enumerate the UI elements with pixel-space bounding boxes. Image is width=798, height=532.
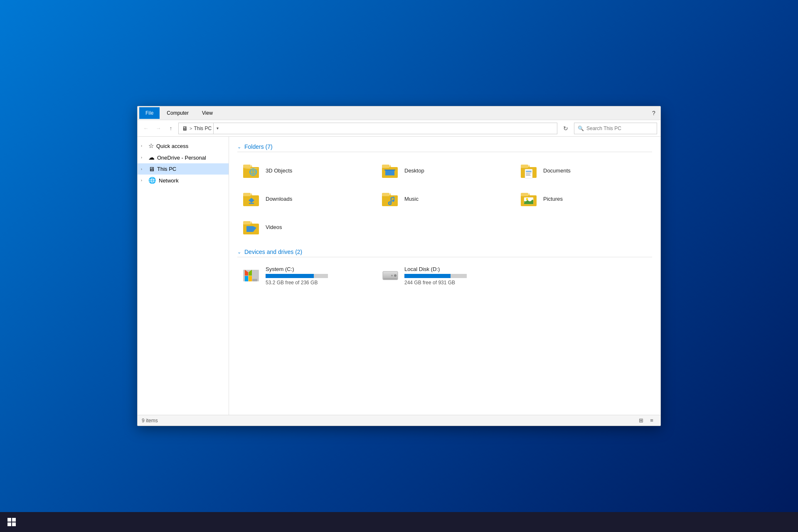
folder-item-desktop[interactable]: Desktop xyxy=(376,157,513,184)
svg-rect-2 xyxy=(243,165,251,168)
this-pc-chevron: › xyxy=(141,167,146,171)
folder-item-downloads[interactable]: Downloads xyxy=(237,185,374,212)
sidebar-item-this-pc[interactable]: › 🖥 This PC xyxy=(138,163,229,175)
sidebar-item-onedrive[interactable]: › ☁ OneDrive - Personal xyxy=(138,152,229,163)
folder-icon-documents xyxy=(519,160,539,180)
onedrive-icon: ☁ xyxy=(148,154,155,161)
refresh-button[interactable]: ↻ xyxy=(560,123,571,134)
drive-bar-bg-local-d xyxy=(404,274,467,278)
drive-info-system-c: System (C:) 53.2 GB free of 236 GB xyxy=(266,266,370,286)
sidebar-label-network: Network xyxy=(159,177,179,184)
folder-name-downloads: Downloads xyxy=(266,196,292,202)
address-path[interactable]: 🖥 > This PC ▾ xyxy=(178,123,557,134)
drive-free-local-d: 244 GB free of 931 GB xyxy=(404,280,509,286)
svg-rect-8 xyxy=(382,165,389,168)
svg-rect-27 xyxy=(382,193,389,196)
tiles-view-button[interactable]: ⊞ xyxy=(636,416,645,425)
list-view-button[interactable]: ≡ xyxy=(647,416,656,425)
up-button[interactable]: ↑ xyxy=(166,123,176,133)
computer-icon: 🖥 xyxy=(182,125,188,132)
drive-item-system-c[interactable]: System (C:) 53.2 GB free of 236 GB xyxy=(237,262,374,289)
folder-icon-videos xyxy=(241,217,261,237)
svg-rect-53 xyxy=(384,278,397,280)
svg-rect-25 xyxy=(249,203,254,204)
drive-info-local-d: Local Disk (D:) 244 GB free of 931 GB xyxy=(404,266,509,286)
svg-rect-18 xyxy=(526,174,530,175)
svg-marker-41 xyxy=(251,221,252,224)
folder-grid: 3D Objects Desktop xyxy=(237,157,652,240)
folders-section-header[interactable]: ⌄ Folders (7) xyxy=(237,143,652,152)
svg-point-31 xyxy=(392,200,394,202)
ribbon: File Computer View ? xyxy=(138,106,660,120)
start-icon xyxy=(7,518,16,526)
folder-name-videos: Videos xyxy=(266,224,282,230)
sidebar-item-network[interactable]: › 🌐 Network xyxy=(138,175,229,186)
explorer-window: File Computer View ? ← → ↑ 🖥 > This PC ▾… xyxy=(137,106,661,426)
svg-point-54 xyxy=(394,274,397,277)
forward-button[interactable]: → xyxy=(153,123,163,133)
sidebar: › ☆ Quick access › ☁ OneDrive - Personal… xyxy=(138,137,229,415)
network-chevron: › xyxy=(141,178,146,182)
tab-computer[interactable]: Computer xyxy=(160,107,195,119)
folder-item-documents[interactable]: Documents xyxy=(515,157,652,184)
folder-item-videos[interactable]: Videos xyxy=(237,214,374,240)
folder-name-documents: Documents xyxy=(543,167,571,174)
svg-rect-13 xyxy=(521,165,528,168)
folder-item-pictures[interactable]: Pictures xyxy=(515,185,652,212)
drives-chevron-icon: ⌄ xyxy=(237,249,241,255)
svg-rect-10 xyxy=(385,170,394,175)
folder-name-music: Music xyxy=(404,196,419,202)
folder-name-3d-objects: 3D Objects xyxy=(266,167,292,174)
ribbon-tabs: File Computer View ? xyxy=(138,106,660,120)
drive-name-local-d: Local Disk (D:) xyxy=(404,266,509,272)
svg-rect-50 xyxy=(252,279,257,281)
tab-file[interactable]: File xyxy=(139,107,160,119)
svg-rect-16 xyxy=(526,171,532,172)
address-bar: ← → ↑ 🖥 > This PC ▾ ↻ 🔍 xyxy=(138,120,660,137)
svg-rect-33 xyxy=(521,193,528,196)
svg-marker-28 xyxy=(389,193,391,195)
drives-section-title: Devices and drives (2) xyxy=(244,249,302,255)
main-area: › ☆ Quick access › ☁ OneDrive - Personal… xyxy=(138,137,660,415)
search-icon: 🔍 xyxy=(578,126,584,131)
folder-name-pictures: Pictures xyxy=(543,196,563,202)
sidebar-item-quick-access[interactable]: › ☆ Quick access xyxy=(138,140,229,152)
folder-item-music[interactable]: Music xyxy=(376,185,513,212)
folder-icon-3d-objects xyxy=(241,160,261,180)
help-button[interactable]: ? xyxy=(649,108,659,118)
folder-icon-music xyxy=(380,189,400,209)
drive-icon-system-c xyxy=(241,266,261,286)
sidebar-label-quick-access: Quick access xyxy=(156,143,188,149)
sidebar-label-this-pc: This PC xyxy=(157,166,176,172)
back-button[interactable]: ← xyxy=(141,123,151,133)
svg-marker-3 xyxy=(251,165,252,167)
svg-point-38 xyxy=(526,198,528,200)
svg-marker-48 xyxy=(245,276,248,281)
status-bar: 9 items ⊞ ≡ xyxy=(138,415,660,426)
drive-bar-fill-system-c xyxy=(266,274,314,278)
folder-icon-downloads xyxy=(241,189,261,209)
search-box[interactable]: 🔍 xyxy=(574,123,657,134)
drive-item-local-d[interactable]: Local Disk (D:) 244 GB free of 931 GB xyxy=(376,262,513,289)
address-dropdown-btn[interactable]: ▾ xyxy=(213,123,222,134)
folders-chevron-icon: ⌄ xyxy=(237,144,241,150)
drive-free-system-c: 53.2 GB free of 236 GB xyxy=(266,280,370,286)
search-input[interactable] xyxy=(586,126,649,131)
svg-marker-22 xyxy=(251,193,252,195)
address-location: This PC xyxy=(194,126,212,131)
status-items-count: 9 items xyxy=(142,418,158,424)
folder-icon-desktop xyxy=(380,160,400,180)
drive-bar-bg-system-c xyxy=(266,274,328,278)
svg-rect-42 xyxy=(246,226,253,232)
drives-section-header[interactable]: ⌄ Devices and drives (2) xyxy=(237,249,652,257)
svg-marker-34 xyxy=(528,193,530,195)
drive-bar-fill-local-d xyxy=(404,274,451,278)
tab-view[interactable]: View xyxy=(196,107,219,119)
folder-icon-pictures xyxy=(519,189,539,209)
folders-section-title: Folders (7) xyxy=(244,143,273,150)
drive-icon-local-d xyxy=(380,266,400,286)
svg-rect-17 xyxy=(526,172,532,173)
this-pc-icon: 🖥 xyxy=(148,165,155,172)
start-button[interactable] xyxy=(3,514,20,530)
folder-item-3d-objects[interactable]: 3D Objects xyxy=(237,157,374,184)
